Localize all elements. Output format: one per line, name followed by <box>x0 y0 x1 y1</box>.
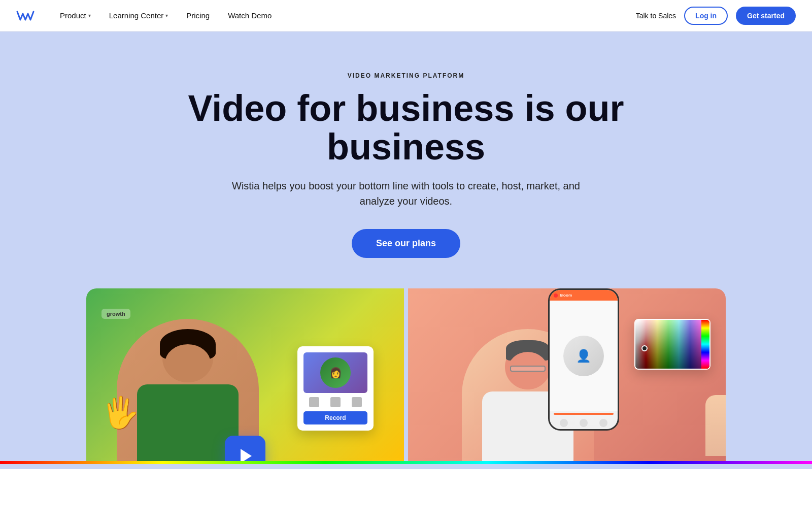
rainbow-bar <box>0 461 812 464</box>
nav-links: Product ▾ Learning Center ▾ Pricing Watc… <box>51 0 636 31</box>
hand-arm <box>705 395 726 456</box>
growth-badge: growth <box>101 309 130 319</box>
record-button[interactable]: Record <box>303 411 367 424</box>
dark-overlay <box>635 320 701 369</box>
demo-panel-left: growth 🖐️ 👩 <box>86 288 404 461</box>
demo-panels: growth 🖐️ 👩 <box>66 288 746 461</box>
navigation: Product ▾ Learning Center ▾ Pricing Watc… <box>0 0 812 31</box>
record-icon-2 <box>330 397 341 407</box>
hero-subtitle: Wistia helps you boost your bottom line … <box>223 178 589 209</box>
record-preview-person: 👩 <box>320 357 351 388</box>
logo[interactable] <box>16 10 35 22</box>
nav-item-pricing[interactable]: Pricing <box>177 0 219 31</box>
nav-item-product[interactable]: Product ▾ <box>51 0 100 31</box>
color-picker-area <box>635 320 709 369</box>
learning-center-chevron-icon: ▾ <box>165 13 168 18</box>
record-card-controls <box>303 397 367 407</box>
hue-strip <box>701 320 709 369</box>
product-chevron-icon: ▾ <box>88 13 91 18</box>
play-button[interactable] <box>225 436 265 461</box>
phone-screen: bloom 👤 <box>550 290 618 429</box>
hand-wave-icon: 🖐️ <box>101 395 140 431</box>
hero-section: VIDEO MARKETING PLATFORM Video for busin… <box>0 31 812 288</box>
demo-wrapper: growth 🖐️ 👩 <box>0 288 812 469</box>
hero-label: VIDEO MARKETING PLATFORM <box>348 72 464 79</box>
person-head <box>162 334 213 382</box>
phone-action-2 <box>580 419 588 427</box>
phone-mockup: bloom 👤 <box>548 288 619 431</box>
demo-panel-right: bloom 👤 <box>408 288 726 461</box>
see-plans-button[interactable]: See our plans <box>352 229 460 258</box>
record-card-preview: 👩 <box>303 352 367 393</box>
nav-right: Talk to Sales Log in Get started <box>636 7 796 25</box>
record-icon-3 <box>352 397 362 407</box>
hero-title: Video for business is our business <box>127 89 685 166</box>
phone-action-1 <box>560 419 568 427</box>
phone-content: 👤 <box>550 301 618 411</box>
phone-actions <box>550 417 618 429</box>
wistia-logo-icon <box>16 10 35 22</box>
login-button[interactable]: Log in <box>684 7 728 25</box>
nav-item-learning-center[interactable]: Learning Center ▾ <box>100 0 178 31</box>
color-picker-card <box>634 319 710 370</box>
person-right-head <box>505 344 551 389</box>
talk-to-sales-link[interactable]: Talk to Sales <box>636 12 676 20</box>
phone-action-3 <box>599 419 607 427</box>
record-card: 👩 Record <box>297 346 374 431</box>
phone-person-circle: 👤 <box>563 336 604 376</box>
record-icon-1 <box>309 397 319 407</box>
phone-progress-bar <box>554 413 614 415</box>
get-started-button[interactable]: Get started <box>736 7 796 25</box>
person-body <box>137 384 239 461</box>
nav-item-watch-demo[interactable]: Watch Demo <box>219 0 281 31</box>
play-triangle-icon <box>241 449 252 461</box>
phone-header: bloom <box>550 290 618 301</box>
